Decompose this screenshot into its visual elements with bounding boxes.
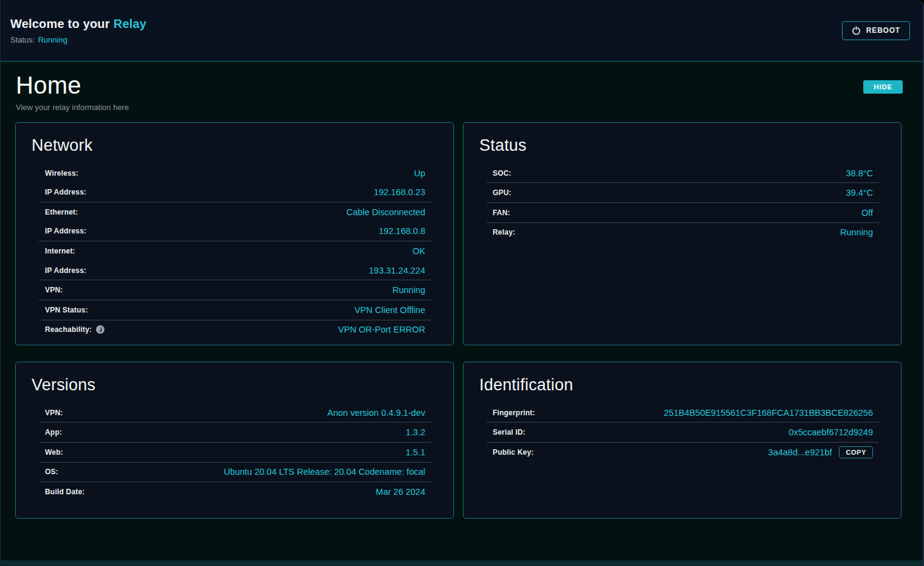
info-row: FAN: Off xyxy=(493,203,873,223)
card-title: Status xyxy=(479,136,901,155)
cards-grid: Network Wireless: Up IP Address: 192.168… xyxy=(15,122,902,519)
row-label: IP Address: xyxy=(45,227,86,235)
row-label: Public Key: xyxy=(493,448,534,457)
row-label: VPN: xyxy=(45,286,63,294)
info-row: Public Key: 3a4a8d...e921bf COPY xyxy=(493,443,873,462)
row-value: 1.5.1 xyxy=(406,447,425,457)
status-value: Running xyxy=(38,35,67,44)
row-label: IP Address: xyxy=(45,188,86,196)
row-label: SOC: xyxy=(493,169,512,178)
welcome-title: Welcome to yourRelay xyxy=(10,17,146,31)
reboot-button[interactable]: REBOOT xyxy=(842,21,910,40)
row-value: 3a4a8d...e921bf xyxy=(768,447,832,457)
info-row: SOC: 38.8°C xyxy=(493,164,873,183)
row-value: Running xyxy=(392,285,425,295)
row-label-wrap: IP Address: xyxy=(45,266,86,275)
row-value-wrap: VPN Client Offline xyxy=(354,305,425,315)
row-value: Cable Disconnected xyxy=(346,207,425,217)
info-row: Build Date: Mar 26 2024 xyxy=(45,482,425,502)
row-label: Reachability: xyxy=(45,325,92,334)
row-value-wrap: 39.4°C xyxy=(846,188,874,198)
card-versions: Versions VPN: Anon version 0.4.9.1-dev A… xyxy=(15,362,454,519)
row-label: Internet: xyxy=(45,247,75,255)
page-subtitle: View your relay information here xyxy=(16,103,129,112)
row-value: Running xyxy=(840,227,873,237)
row-value: 1.3.2 xyxy=(406,427,425,437)
row-value-wrap: 0x5ccaebf6712d9249 xyxy=(789,427,873,437)
info-icon[interactable]: i xyxy=(96,325,104,334)
row-label: OS: xyxy=(45,468,58,476)
row-value-wrap: 192.168.0.8 xyxy=(378,226,425,236)
row-label-wrap: VPN: xyxy=(45,286,63,294)
row-label-wrap: Ethernet: xyxy=(45,208,78,216)
row-value: Anon version 0.4.9.1-dev xyxy=(327,408,425,418)
info-row: OS: Ubuntu 20.04 LTS Release: 20.04 Code… xyxy=(45,463,425,482)
card-identification: Identification Fingerprint: 251B4B50E915… xyxy=(463,362,902,519)
row-label-wrap: VPN: xyxy=(45,409,63,417)
row-value: Ubuntu 20.04 LTS Release: 20.04 Codename… xyxy=(224,467,425,477)
row-value: 192.168.0.8 xyxy=(378,226,425,236)
card-title: Network xyxy=(32,136,453,155)
row-label: Web: xyxy=(45,448,63,457)
row-label-wrap: Relay: xyxy=(493,228,515,236)
row-label: Ethernet: xyxy=(45,208,78,216)
row-value-wrap: 38.8°C xyxy=(846,168,874,178)
card-rows: Wireless: Up IP Address: 192.168.0.23 Et… xyxy=(16,162,453,339)
row-value-wrap: 192.168.0.23 xyxy=(374,187,425,197)
row-label-wrap: Build Date: xyxy=(45,488,85,496)
info-row: IP Address: 192.168.0.8 xyxy=(45,222,425,241)
info-row: VPN: Anon version 0.4.9.1-dev xyxy=(45,403,425,423)
status-label: Status: xyxy=(10,35,35,44)
row-value: Mar 26 2024 xyxy=(376,487,425,497)
hide-button[interactable]: HIDE xyxy=(863,80,903,94)
info-row: Internet: OK xyxy=(45,241,425,261)
row-label: Relay: xyxy=(493,228,515,236)
app-header: Welcome to yourRelay Status:Running REBO… xyxy=(1,0,923,62)
row-value-wrap: Cable Disconnected xyxy=(346,207,425,217)
info-row: App: 1.3.2 xyxy=(45,423,425,442)
info-row: VPN: Running xyxy=(45,280,425,300)
info-row: Serial ID: 0x5ccaebf6712d9249 xyxy=(493,423,873,442)
footer-strip xyxy=(1,561,923,566)
row-value-wrap: 1.3.2 xyxy=(406,427,425,437)
info-row: VPN Status: VPN Client Offline xyxy=(45,300,425,320)
info-row: Relay: Running xyxy=(493,223,873,243)
row-value: 39.4°C xyxy=(846,188,874,198)
row-value: 193.31.24.224 xyxy=(369,266,425,275)
row-value-wrap: Off xyxy=(861,208,873,218)
row-label-wrap: Internet: xyxy=(45,247,75,255)
card-status: Status SOC: 38.8°C GPU: 39.4°C FAN: Off xyxy=(463,122,902,345)
row-label: Wireless: xyxy=(45,169,78,178)
relay-accent: Relay xyxy=(114,17,146,30)
info-row: IP Address: 193.31.24.224 xyxy=(45,261,425,280)
row-value: 0x5ccaebf6712d9249 xyxy=(789,427,873,437)
row-value-wrap: Up xyxy=(414,168,425,178)
card-rows: Fingerprint: 251B4B50E915561C3F168FCA173… xyxy=(464,402,901,462)
row-label: GPU: xyxy=(493,188,512,197)
row-value-wrap: OK xyxy=(412,246,425,256)
row-label-wrap: Serial ID: xyxy=(493,428,525,437)
row-label: App: xyxy=(45,428,62,437)
row-value-wrap: 1.5.1 xyxy=(406,447,425,457)
info-row: Wireless: Up xyxy=(45,164,425,183)
header-titles: Welcome to yourRelay Status:Running xyxy=(10,17,146,44)
row-label-wrap: App: xyxy=(45,428,62,437)
row-label-wrap: Reachability: i xyxy=(45,325,104,334)
info-row: IP Address: 192.168.0.23 xyxy=(45,182,425,202)
row-label: Build Date: xyxy=(45,488,85,496)
copy-button[interactable]: COPY xyxy=(839,446,873,458)
row-value-wrap: Running xyxy=(392,285,425,295)
row-value-wrap: Anon version 0.4.9.1-dev xyxy=(327,408,425,418)
row-label-wrap: IP Address: xyxy=(45,188,86,196)
power-icon xyxy=(852,26,861,35)
row-value-wrap: VPN OR-Port ERROR xyxy=(338,325,425,334)
row-value-wrap: Mar 26 2024 xyxy=(376,487,425,497)
row-value-wrap: Ubuntu 20.04 LTS Release: 20.04 Codename… xyxy=(224,467,425,477)
row-value: OK xyxy=(412,246,425,256)
row-label: VPN: xyxy=(45,409,63,417)
card-rows: SOC: 38.8°C GPU: 39.4°C FAN: Off Relay: xyxy=(464,162,901,242)
info-row: Ethernet: Cable Disconnected xyxy=(45,202,425,222)
row-label: IP Address: xyxy=(45,266,86,275)
row-value: Off xyxy=(861,208,873,218)
status-line: Status:Running xyxy=(10,35,146,44)
